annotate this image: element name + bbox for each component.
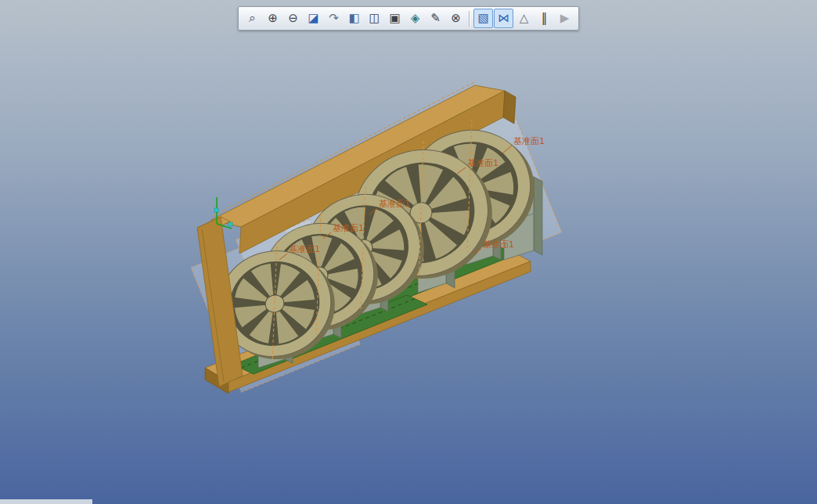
- viewport-canvas[interactable]: 基准面1 基准面1 基准面1 基准面1 基准面1 基准面1: [0, 0, 817, 504]
- window-bottom-edge: [0, 499, 92, 504]
- datum-plane-label[interactable]: 基准面1: [379, 199, 410, 209]
- datum-plane-label[interactable]: 基准面1: [467, 158, 498, 168]
- origin-handle[interactable]: [214, 208, 218, 212]
- datum-plane-label[interactable]: 基准面1: [513, 136, 545, 146]
- cad-window: ⌕ ⊕ ⊖ ◪ ↷ ◧ ◫ ▣ ◈ ✎ ⊗ ▧ ⋈ △ ‖ ▶: [0, 0, 817, 504]
- datum-plane-label[interactable]: 基准面1: [483, 239, 514, 250]
- datum-plane-label[interactable]: 基准面1: [333, 223, 364, 233]
- datum-plane-label[interactable]: 基准面1: [289, 244, 320, 254]
- axis-handle[interactable]: [229, 222, 232, 226]
